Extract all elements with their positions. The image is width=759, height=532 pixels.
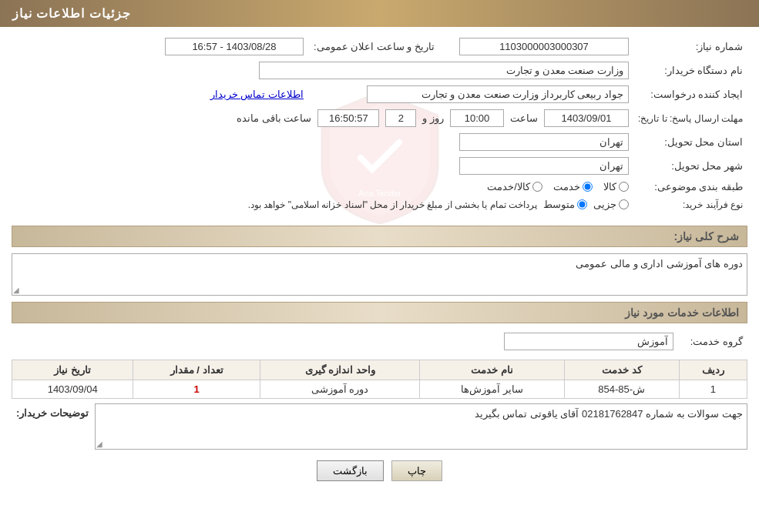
cell-row-num: 1 bbox=[679, 380, 747, 399]
service-group-value: آموزش bbox=[504, 333, 673, 350]
pt-jozi-label: جزیی bbox=[593, 199, 616, 210]
cat-kala-label: کالا bbox=[603, 181, 616, 192]
pt-motavasset-label: متوسط bbox=[543, 199, 575, 210]
col-service-name: نام خدمت bbox=[420, 360, 564, 380]
cell-unit: دوره آموزشی bbox=[260, 380, 419, 399]
buyer-notes-label: توضیحات خریدار: bbox=[16, 407, 89, 419]
col-service-code: کد خدمت bbox=[564, 360, 679, 380]
cell-date: 1403/09/04 bbox=[12, 380, 133, 399]
cell-qty: 1 bbox=[133, 380, 260, 399]
services-section-title: اطلاعات خدمات مورد نیاز bbox=[12, 302, 747, 323]
services-table: ردیف کد خدمت نام خدمت واحد اندازه گیری ت… bbox=[12, 360, 747, 399]
cat-khedmat-radio[interactable] bbox=[583, 182, 593, 192]
tender-number-label: شماره نیاز: bbox=[696, 41, 743, 52]
pt-jozi-radio[interactable] bbox=[619, 199, 629, 209]
requester-label: ایجاد کننده درخواست: bbox=[650, 89, 743, 100]
table-row: 1 ش-85-854 سایر آموزش‌ها دوره آموزشی 1 1… bbox=[12, 380, 747, 399]
announce-value: 1403/08/28 - 16:57 bbox=[165, 38, 304, 55]
page-header: جزئیات اطلاعات نیاز bbox=[0, 0, 759, 27]
notes-resize-handle: ◢ bbox=[96, 440, 102, 448]
print-button[interactable]: چاپ bbox=[391, 460, 442, 481]
city-value: تهران bbox=[459, 157, 629, 175]
response-remaining: 16:50:57 bbox=[317, 109, 379, 127]
response-remaining-label: ساعت باقی مانده bbox=[237, 112, 311, 124]
city-label: شهر محل تحویل: bbox=[671, 160, 743, 172]
pt-motavasset-item: متوسط bbox=[543, 199, 587, 210]
service-group-label: گروه خدمت: bbox=[690, 336, 743, 347]
cat-kala-item: کالا bbox=[603, 181, 629, 192]
bottom-buttons: چاپ بازگشت bbox=[12, 460, 747, 481]
buyer-dept-label: نام دستگاه خریدار: bbox=[664, 65, 743, 76]
response-deadline-label: مهلت ارسال پاسخ: تا تاریخ: bbox=[638, 113, 743, 124]
cat-both-label: کالا/خدمت bbox=[487, 181, 530, 192]
resize-handle: ◢ bbox=[13, 286, 19, 294]
cat-both-radio[interactable] bbox=[532, 182, 542, 192]
buyer-dept-value: وزارت صنعت معدن و تجارت bbox=[259, 62, 629, 79]
response-days-label: روز و bbox=[422, 112, 444, 124]
cat-both-item: کالا/خدمت bbox=[487, 181, 542, 192]
pt-motavasset-radio[interactable] bbox=[577, 199, 587, 209]
response-time-label: ساعت bbox=[510, 112, 538, 124]
response-days: 2 bbox=[385, 109, 416, 127]
description-section-title: شرح کلی نیاز: bbox=[12, 226, 747, 247]
back-button[interactable]: بازگشت bbox=[317, 460, 384, 481]
province-label: استان محل تحویل: bbox=[664, 136, 743, 148]
announce-label: تاریخ و ساعت اعلان عمومی: bbox=[314, 41, 435, 52]
buyer-notes-value: جهت سوالات به شماره 02181762847 آقای یاق… bbox=[95, 403, 747, 450]
page-title: جزئیات اطلاعات نیاز bbox=[12, 7, 131, 20]
col-unit: واحد اندازه گیری bbox=[260, 360, 419, 380]
contact-link[interactable]: اطلاعات تماس خریدار bbox=[210, 89, 304, 100]
pt-jozi-item: جزیی bbox=[593, 199, 629, 210]
col-row-num: ردیف bbox=[679, 360, 747, 380]
purchase-type-note: پرداخت تمام یا بخشی از مبلغ خریدار از مح… bbox=[248, 199, 537, 210]
cell-service-name: سایر آموزش‌ها bbox=[420, 380, 564, 399]
cat-khedmat-item: خدمت bbox=[553, 181, 593, 192]
description-value: دوره های آموزشی اداری و مالی عمومی bbox=[12, 253, 747, 296]
requester-value: جواد ربیعی کاربرداز وزارت صنعت معدن و تج… bbox=[367, 85, 629, 103]
col-qty: تعداد / مقدار bbox=[133, 360, 260, 380]
tender-number-value: 1103000003000307 bbox=[459, 38, 629, 55]
cat-kala-radio[interactable] bbox=[619, 182, 629, 192]
response-date: 1403/09/01 bbox=[544, 109, 629, 127]
cell-service-code: ش-85-854 bbox=[564, 380, 679, 399]
response-time: 10:00 bbox=[450, 109, 504, 127]
category-label: طبقه بندی موضوعی: bbox=[654, 181, 743, 192]
purchase-type-label: نوع فرآیند خرید: bbox=[683, 199, 743, 210]
col-date: تاریخ نیاز bbox=[12, 360, 133, 380]
cat-khedmat-label: خدمت bbox=[553, 181, 580, 192]
province-value: تهران bbox=[459, 133, 629, 151]
